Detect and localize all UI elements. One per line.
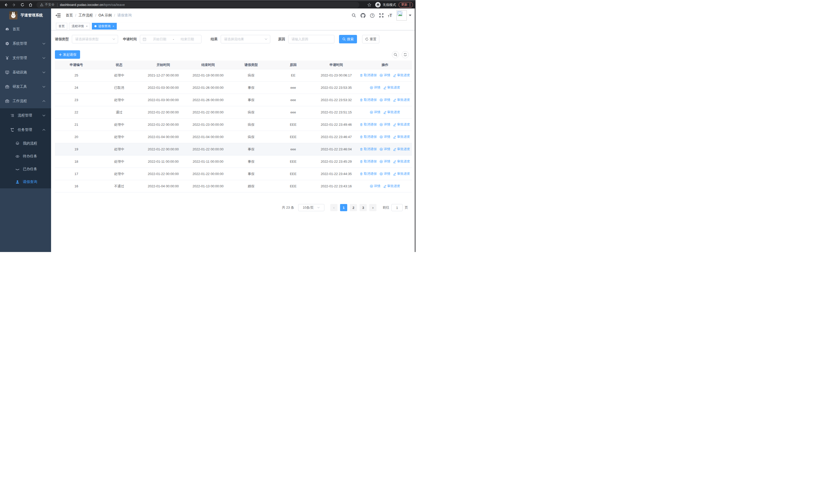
- breadcrumb-item[interactable]: 工作流程: [79, 13, 93, 18]
- progress-action-link[interactable]: 审批进度: [393, 172, 410, 176]
- detail-action-link[interactable]: 详情: [370, 184, 380, 188]
- trash-icon: [360, 123, 363, 126]
- cell-end-time: 2022-01-04 00:00:00: [186, 135, 230, 139]
- progress-action-link[interactable]: 审批进度: [393, 73, 410, 78]
- cancel-action-link[interactable]: 取消请假: [360, 159, 376, 164]
- cancel-action-link[interactable]: 取消请假: [360, 98, 376, 102]
- cancel-action-link[interactable]: 取消请假: [360, 122, 376, 127]
- browser-forward-icon[interactable]: [11, 2, 18, 8]
- page-size-select[interactable]: 10条/页: [298, 204, 324, 211]
- search-button[interactable]: 搜索: [339, 35, 357, 43]
- total-count: 共 23 条: [282, 205, 294, 210]
- header-search-icon[interactable]: [352, 13, 356, 18]
- tab-首页[interactable]: 首页: [56, 23, 67, 30]
- refresh-table-button[interactable]: [402, 51, 409, 58]
- action-label: 取消请假: [364, 98, 376, 102]
- breadcrumb-item[interactable]: 首页: [66, 13, 73, 18]
- table-row-19: 19处理中2022-01-22 00:00:002022-01-22 00:00…: [55, 143, 412, 155]
- tab-流程详情[interactable]: 流程详情×: [69, 23, 90, 30]
- cell-apply-time: 2022-01-22 23:53:35: [314, 86, 358, 90]
- reason-input[interactable]: 请输入原因: [288, 35, 335, 43]
- sidebar-collapse-icon[interactable]: [55, 13, 61, 18]
- cell-apply-time: 2022-01-22 23:49:46: [314, 123, 358, 126]
- toggle-search-button[interactable]: [392, 51, 399, 58]
- sidebar-item-基础设施[interactable]: 基础设施: [0, 65, 51, 80]
- bookmark-star-icon[interactable]: [366, 2, 373, 8]
- cell-actions: 取消请假详情审批进度: [358, 172, 412, 176]
- sidebar-item-研发工具[interactable]: 研发工具: [0, 80, 51, 94]
- cell-actions: 详情审批进度: [358, 184, 412, 188]
- detail-action-link[interactable]: 详情: [379, 159, 390, 164]
- column-header-申请编号: 申请编号: [55, 63, 98, 67]
- result-select[interactable]: 请选择流结果: [221, 35, 270, 43]
- app-logo-row[interactable]: 芋道管理系统: [0, 8, 51, 22]
- help-icon[interactable]: ?: [370, 13, 375, 18]
- tab-请假查询[interactable]: 请假查询×: [92, 23, 116, 30]
- next-page-button[interactable]: ›: [369, 204, 376, 211]
- site-security-indicator[interactable]: 不安全: [40, 3, 55, 7]
- leave-type-select[interactable]: 请选择请假类型: [72, 35, 118, 43]
- reset-button[interactable]: 重置: [362, 35, 379, 43]
- tab-close-icon[interactable]: ×: [86, 25, 87, 28]
- detail-action-link[interactable]: 详情: [379, 172, 390, 176]
- page-button-3[interactable]: 3: [360, 204, 367, 211]
- goto-page-input[interactable]: 1: [391, 204, 403, 211]
- browser-reload-icon[interactable]: [19, 2, 26, 8]
- detail-action-link[interactable]: 详情: [379, 135, 390, 139]
- action-label: 详情: [374, 110, 380, 114]
- edit-icon: [383, 185, 386, 188]
- cell-reason: EEE: [272, 159, 315, 164]
- progress-action-link[interactable]: 审批进度: [393, 122, 410, 127]
- sidebar-item-流程管理[interactable]: 流程管理: [0, 108, 51, 123]
- page-button-2[interactable]: 2: [350, 204, 357, 211]
- sidebar-item-待办任务[interactable]: 待办任务: [0, 150, 51, 163]
- cell-actions: 详情审批进度: [358, 85, 412, 90]
- cell-id: 20: [55, 135, 98, 139]
- address-bar[interactable]: 不安全 dashboard.yudao.iocoder.cn/bpm/oa/le…: [36, 2, 359, 8]
- tab-close-icon[interactable]: ×: [112, 25, 114, 28]
- progress-action-link[interactable]: 审批进度: [383, 85, 400, 90]
- breadcrumb-item[interactable]: OA 示例: [98, 13, 112, 18]
- page-scrollbar[interactable]: [415, 8, 416, 252]
- progress-action-link[interactable]: 审批进度: [393, 98, 410, 102]
- github-icon[interactable]: [361, 13, 366, 18]
- sidebar-item-工作流程[interactable]: 工作流程: [0, 94, 51, 108]
- sidebar-item-已办任务[interactable]: 已办任务: [0, 163, 51, 176]
- progress-action-link[interactable]: 审批进度: [383, 184, 400, 188]
- browser-menu-update-button[interactable]: 更新: [399, 2, 413, 8]
- progress-action-link[interactable]: 审批进度: [383, 110, 400, 114]
- progress-action-link[interactable]: 审批进度: [393, 159, 410, 164]
- cancel-action-link[interactable]: 取消请假: [360, 135, 376, 139]
- detail-action-link[interactable]: 详情: [370, 85, 380, 90]
- sidebar-item-支付管理[interactable]: 支付管理: [0, 51, 51, 65]
- progress-action-link[interactable]: 审批进度: [393, 135, 410, 139]
- list-tree-icon: [10, 113, 15, 118]
- sidebar-item-任务管理[interactable]: 任务管理: [0, 123, 51, 137]
- fullscreen-icon[interactable]: [379, 13, 384, 18]
- sidebar-item-请假查询[interactable]: 请假查询: [0, 176, 51, 188]
- sidebar-item-label: 基础设施: [12, 70, 27, 75]
- sidebar-item-label: 任务管理: [18, 127, 32, 132]
- action-label: 详情: [384, 172, 390, 176]
- prev-page-button[interactable]: ‹: [330, 204, 338, 211]
- cancel-action-link[interactable]: 取消请假: [360, 172, 376, 176]
- font-size-icon[interactable]: TT: [388, 13, 393, 18]
- sidebar-item-系统管理[interactable]: 系统管理: [0, 36, 51, 51]
- detail-action-link[interactable]: 详情: [370, 110, 380, 114]
- action-label: 取消请假: [364, 73, 376, 78]
- cancel-action-link[interactable]: 取消请假: [360, 73, 376, 78]
- detail-action-link[interactable]: 详情: [379, 73, 390, 78]
- create-leave-button[interactable]: 发起请假: [55, 50, 80, 59]
- detail-action-link[interactable]: 详情: [379, 98, 390, 102]
- browser-back-icon[interactable]: [3, 2, 9, 8]
- detail-action-link[interactable]: 详情: [379, 147, 390, 151]
- apply-time-range-picker[interactable]: 开始日期 - 结束日期: [140, 35, 201, 43]
- sidebar-item-首页[interactable]: 首页: [0, 22, 51, 36]
- detail-action-link[interactable]: 详情: [379, 122, 390, 127]
- browser-home-icon[interactable]: [27, 2, 34, 8]
- user-avatar[interactable]: [397, 10, 411, 21]
- cancel-action-link[interactable]: 取消请假: [360, 147, 376, 151]
- progress-action-link[interactable]: 审批进度: [393, 147, 410, 151]
- sidebar-item-我的流程[interactable]: 我的流程: [0, 137, 51, 150]
- page-button-1[interactable]: 1: [340, 204, 347, 211]
